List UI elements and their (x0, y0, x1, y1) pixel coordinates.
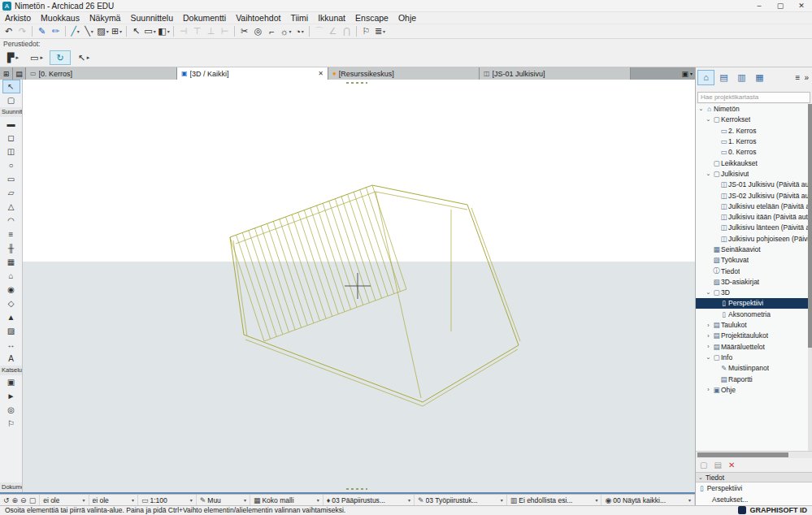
tool-beam-button[interactable]: ▭ (2, 172, 20, 186)
menu-ohje[interactable]: Ohje (393, 12, 421, 24)
dimension-standard-dropdown[interactable]: ♦03 Pääpiirustus...▾ (323, 495, 415, 506)
tool-camera-button[interactable]: ▣ (2, 375, 20, 389)
tool-curtain-wall-button[interactable]: ▦ (2, 255, 20, 269)
layer-settings-button[interactable]: ≣▾ (373, 24, 387, 38)
menu-n-kym[interactable]: Näkymä (85, 12, 126, 24)
expander-icon[interactable]: ⌄ (697, 106, 705, 112)
brand-label[interactable]: GRAPHISOFT ID (749, 506, 807, 514)
tree-item-3d[interactable]: ⌄▢3D (696, 288, 812, 298)
tree-horizontal-thumb[interactable] (697, 452, 788, 457)
fit-in-window-button[interactable]: ▢ (29, 496, 37, 504)
pen-set-dropdown[interactable]: ✎Muu▾ (197, 495, 250, 506)
tool-roof-button[interactable]: △ (2, 200, 20, 214)
tab-close-button[interactable]: ✕ (318, 70, 323, 77)
expander-icon[interactable]: ⌄ (705, 116, 712, 123)
tool-door-button[interactable]: ◻ (2, 131, 20, 145)
tool-marquee-button[interactable]: ▢ (2, 93, 20, 107)
menu-ikkunat[interactable]: Ikkunat (313, 12, 350, 24)
expander-icon[interactable]: › (705, 344, 712, 349)
tree-item-julkisivu-pohjoiseen-p-ivit-automaattisesti[interactable]: ◫Julkisivu pohjoiseen (Päivitä automaatt… (696, 233, 812, 244)
grid-snap-button[interactable]: ⊞▾ (110, 24, 124, 38)
close-button[interactable]: ✕ (791, 0, 812, 12)
tool-morph-button[interactable]: ◇ (2, 296, 20, 310)
tab-list-button[interactable]: ▣ (681, 70, 688, 78)
inject-parameters-button[interactable]: ✏ (49, 24, 63, 38)
tool-dimension-button[interactable]: ↔ (2, 338, 20, 352)
selection-popup-button[interactable]: ↖▸ (73, 50, 94, 65)
tree-item-3d-asiakirjat[interactable]: ▧3D-asiakirjat (696, 276, 812, 287)
zoom-in-button[interactable]: ⊕ (12, 496, 19, 504)
line-tool-button[interactable]: ╱▾ (68, 24, 82, 38)
settings-button[interactable]: Asetukset... (696, 494, 812, 505)
navigator-tab-view-map[interactable]: ▤ (715, 70, 732, 85)
expander-icon[interactable]: › (705, 387, 712, 392)
menu-suunnittelu[interactable]: Suunnittelu (125, 12, 178, 24)
new-folder-button[interactable]: ▢ (700, 461, 707, 470)
favorites-popup-button[interactable]: ▛▸ (2, 50, 24, 65)
search-input[interactable] (697, 92, 810, 103)
menu-arkisto[interactable]: Arkisto (0, 12, 36, 24)
tree-item-ty-kuvat[interactable]: ▨Työkuvat (696, 255, 812, 266)
element-defaults-popup-button[interactable]: ▭▸ (26, 50, 47, 65)
tree-item-julkisivu-l-nteen-p-ivit-automaattisesti[interactable]: ◫Julkisivu länteen (Päivitä automaattise… (696, 223, 812, 233)
tool-markup-button[interactable]: ⚐ (2, 417, 20, 431)
tree-item-js-01-julkisivu-p-ivit-automaattisesti[interactable]: ◫JS-01 Julkisivu (Päivitä automaattisest… (696, 180, 812, 190)
tree-item-js-02-julkisivu-p-ivit-automaattisesti[interactable]: ◫JS-02 Julkisivu (Päivitä automaattisest… (696, 190, 812, 201)
menu-vaihtoehdot[interactable]: Vaihtoehdot (231, 12, 285, 24)
expander-icon[interactable]: ⌄ (705, 171, 712, 177)
tree-item-muistiinpanot[interactable]: ✎Muistiinpanot (696, 363, 812, 374)
expander-icon[interactable]: › (705, 322, 712, 328)
sun-study-button[interactable]: ☼▾ (279, 24, 293, 38)
tab-js-01-julkisivu[interactable]: ◫[JS-01 Julkisivu] (480, 67, 631, 80)
tree-scrollbar-thumb[interactable] (808, 104, 812, 348)
tool-shell-button[interactable]: ◠ (2, 214, 20, 227)
tree-item-2-kerros[interactable]: ▭2. Kerros (696, 125, 812, 136)
quick-option-1-dropdown[interactable]: ei ole▾ (40, 495, 89, 506)
tree-item-aksonometria[interactable]: ▯Aksonometria (696, 309, 812, 319)
paint-bucket-button[interactable]: ◧▾ (157, 24, 171, 38)
trim-button[interactable]: ⌐ (265, 24, 279, 38)
pick-up-parameters-button[interactable]: ✎ (35, 24, 49, 38)
marquee-tool-button[interactable]: ▭▾ (143, 24, 157, 38)
navigator-menu-button[interactable]: ≡ (794, 73, 802, 82)
menu-muokkaus[interactable]: Muokkaus (36, 12, 85, 24)
layer-combination-dropdown[interactable]: ◉00 Näytä kaikki...▾ (601, 495, 695, 506)
graphic-override-dropdown[interactable]: ▥Ei ehdollista esi...▾ (507, 495, 602, 506)
tool-window-button[interactable]: ◫ (2, 145, 20, 158)
tab-overview-button[interactable]: ⊞ (0, 67, 13, 80)
menu-dokumentti[interactable]: Dokumentti (178, 12, 231, 24)
tool-column-button[interactable]: ○ (2, 158, 20, 172)
item-settings-button[interactable]: ▤ (714, 461, 721, 470)
tree-scrollbar[interactable] (808, 104, 812, 452)
tree-item-leikkaukset[interactable]: ▢Leikkaukset (696, 158, 812, 168)
tree-item-projektitaulukot[interactable]: ›▤Projektitaulukot (696, 331, 812, 341)
flag-note-button[interactable]: ⚐ (359, 24, 373, 38)
tree-item-sein-kaaviot[interactable]: ▦Seinäkaaviot (696, 244, 812, 254)
expander-icon[interactable]: › (705, 333, 712, 339)
tree-item-0-kerros[interactable]: ▭0. Kerros (696, 147, 812, 158)
structure-display-dropdown[interactable]: ▦Koko malli▾ (250, 495, 323, 506)
tree-item-raportti[interactable]: ▤Raportti (696, 374, 812, 384)
undo-button[interactable]: ↶ (2, 24, 15, 38)
tree-item-julkisivut[interactable]: ⌄▢Julkisivut (696, 168, 812, 179)
orbit-view-button[interactable]: ↻ (50, 50, 71, 65)
tool-walkthrough-button[interactable]: ► (2, 389, 20, 403)
tool-select-button[interactable]: ↖ (2, 80, 20, 93)
split-button[interactable]: ✂ (237, 24, 251, 38)
delete-item-button[interactable]: ✕ (728, 461, 735, 470)
drawing-pen-set-dropdown[interactable]: ✎03 Työpiirustuk...▾ (415, 495, 507, 506)
navigator-tab-layout-book[interactable]: ▥ (733, 70, 750, 85)
tab-0-kerros[interactable]: ▭[0. Kerros] (26, 67, 177, 80)
tree-item-kerrokset[interactable]: ⌄▢Kerrokset (696, 115, 812, 125)
maximize-button[interactable]: ▢ (770, 0, 791, 12)
quick-option-2-dropdown[interactable]: ei ole▾ (89, 495, 138, 506)
tree-item-julkisivu-etel-n-p-ivit-automaattisesti[interactable]: ◫Julkisivu etelään (Päivitä automaattise… (696, 201, 812, 211)
expander-icon[interactable]: ⌄ (705, 289, 712, 296)
arrow-tool-button[interactable]: ↖ (129, 24, 143, 38)
tool-stair-button[interactable]: ≡ (2, 227, 20, 241)
orbit-button[interactable]: ↺ (3, 496, 10, 504)
collapse-panel-button[interactable]: » (802, 73, 810, 82)
scale-dropdown[interactable]: ▭1:100▾ (138, 495, 197, 506)
tool-wall-button[interactable]: ▬ (2, 117, 20, 131)
tree-item-info[interactable]: ⌄▢Info (696, 352, 812, 362)
